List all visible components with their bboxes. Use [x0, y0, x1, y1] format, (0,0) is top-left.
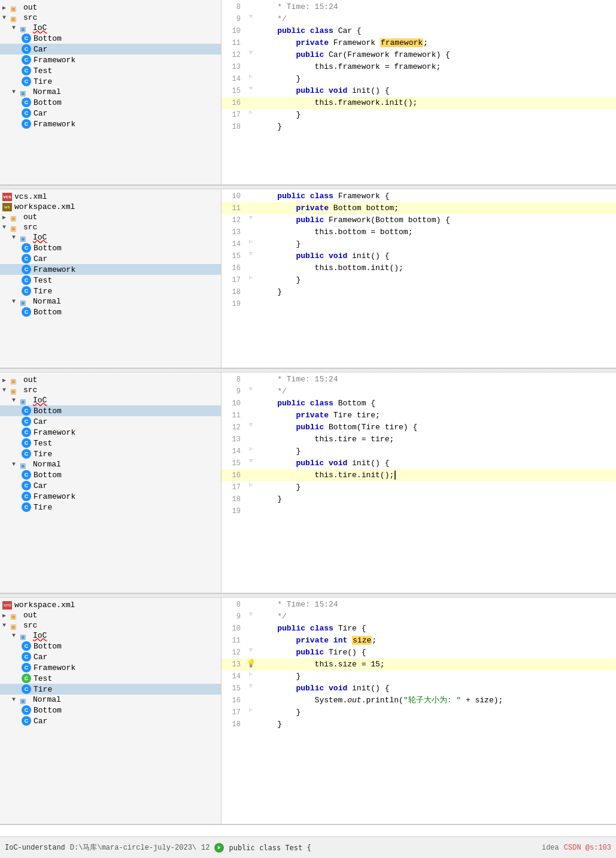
sidebar-item-bottom2[interactable]: C Bottom — [0, 242, 221, 253]
folder-out3-icon — [11, 376, 22, 384]
sidebar-item-framework[interactable]: C Framework — [0, 54, 221, 65]
sidebar-item-normal-bottom2[interactable]: C Bottom — [0, 307, 221, 317]
sidebar-item-out3[interactable]: ▶ out — [0, 375, 221, 385]
code-line: 14 ▷ } — [221, 238, 616, 250]
sidebar-item-bottom4[interactable]: C Bottom — [0, 641, 221, 651]
fold-arrow[interactable]: ▽ — [249, 683, 252, 689]
sidebar-item-test4[interactable]: C Test — [0, 673, 221, 684]
fold-arrow[interactable]: ▽ — [249, 422, 252, 428]
sidebar-item-tire3[interactable]: C Tire — [0, 448, 221, 459]
sidebar-item-fw3[interactable]: C Framework — [0, 427, 221, 438]
class-icon: C — [22, 265, 31, 274]
code-line: 13 this.framework = framework; — [221, 61, 616, 73]
fold-arrow[interactable]: ▽ — [249, 386, 252, 392]
sidebar-item-out[interactable]: ▶ out — [0, 2, 221, 13]
folder-normal2-icon — [20, 298, 31, 306]
sidebar-item-normal-bottom4[interactable]: C Bottom — [0, 705, 221, 715]
sidebar-item-ioc[interactable]: ▼ IoC — [0, 23, 221, 33]
sidebar-item-workspace4[interactable]: xml workspace.xml — [0, 600, 221, 610]
class-icon: C — [22, 641, 31, 651]
sidebar-item-bottom-selected[interactable]: C Bottom — [0, 405, 221, 416]
normal-fw-label: Framework — [34, 120, 75, 129]
sidebar-item-fw4[interactable]: C Framework — [0, 662, 221, 673]
sidebar-item-tire[interactable]: C Tire — [0, 76, 221, 87]
status-bar: IoC-understand D:\马库\mara-circle-july-20… — [0, 836, 616, 858]
class-icon: C — [22, 438, 31, 448]
sidebar-item-normal4[interactable]: ▼ Normal — [0, 695, 221, 705]
tire4-label: Tire — [34, 685, 52, 694]
sidebar-item-src[interactable]: ▼ src — [0, 13, 221, 23]
panel-tire: xml workspace.xml ▶ out ▼ src ▼ IoC — [0, 598, 616, 825]
sidebar-item-tire-selected[interactable]: C Tire — [0, 684, 221, 695]
sidebar-item-normal-bottom3[interactable]: C Bottom — [0, 469, 221, 480]
sidebar-item-normal-bottom[interactable]: C Bottom — [0, 97, 221, 108]
sidebar-item-ioc2[interactable]: ▼ IoC — [0, 232, 221, 242]
fold-arrow[interactable]: ▽ — [249, 49, 252, 56]
class-icon: C — [22, 108, 31, 118]
sidebar-item-src3[interactable]: ▼ src — [0, 385, 221, 395]
fold-arrow[interactable]: ▷ — [249, 109, 252, 116]
fold-arrow[interactable]: ▷ — [249, 671, 252, 677]
sidebar-item-normal-car[interactable]: C Car — [0, 108, 221, 119]
sidebar-item-src4[interactable]: ▼ src — [0, 620, 221, 630]
sidebar-item-normal-fw[interactable]: C Framework — [0, 119, 221, 129]
bulb-icon[interactable]: 💡 — [246, 659, 256, 668]
sidebar-item-car2[interactable]: C Car — [0, 253, 221, 264]
folder-src3-icon — [11, 386, 22, 395]
code-line: 18 } — [221, 718, 616, 730]
fold-arrow[interactable]: ▽ — [249, 647, 252, 653]
bottom4-label: Bottom — [34, 642, 62, 651]
src-label: src — [23, 13, 37, 22]
sidebar-item-vcs[interactable]: vcs vcs.xml — [0, 192, 221, 202]
sidebar-item-test2[interactable]: C Test — [0, 275, 221, 286]
bottom3-label: Bottom — [34, 407, 62, 416]
sidebar-item-ioc4[interactable]: ▼ IoC — [0, 630, 221, 641]
sidebar-bottom: ▶ out ▼ src ▼ IoC C Bottom — [0, 372, 221, 593]
sidebar-item-car4[interactable]: C Car — [0, 651, 221, 662]
framework-label: Framework — [34, 56, 75, 65]
sidebar-item-car3[interactable]: C Car — [0, 416, 221, 427]
fold-arrow[interactable]: ▷ — [249, 73, 252, 80]
run-button[interactable]: ▶ — [214, 843, 224, 853]
status-line: 12 — [201, 844, 210, 852]
sidebar-item-car-selected[interactable]: C Car — [0, 44, 221, 54]
fold-arrow[interactable]: ▽ — [249, 13, 252, 20]
sidebar-item-normal3[interactable]: ▼ Normal — [0, 459, 221, 469]
fold-arrow[interactable]: ▷ — [249, 274, 252, 281]
fold-arrow[interactable]: ▽ — [249, 214, 252, 221]
sidebar-item-src2[interactable]: ▼ src — [0, 222, 221, 232]
fold-arrow[interactable]: ▽ — [249, 457, 252, 464]
fold-arrow[interactable]: ▽ — [249, 85, 252, 92]
sidebar-car: ▶ out ▼ src ▼ IoC C Bottom — [0, 0, 221, 184]
fold-arrow[interactable]: ▷ — [249, 707, 252, 713]
sidebar-item-normal-fw3[interactable]: C Framework — [0, 491, 221, 502]
sidebar-item-out4[interactable]: ▶ out — [0, 610, 221, 620]
sidebar-item-framework-selected[interactable]: C Framework — [0, 264, 221, 275]
workspace4-label: workspace.xml — [14, 601, 75, 610]
sidebar-item-normal2[interactable]: ▼ Normal — [0, 296, 221, 307]
fold-arrow[interactable]: ▷ — [249, 445, 252, 452]
code-line: 10 public class Tire { — [221, 623, 616, 635]
sidebar-item-test[interactable]: C Test — [0, 65, 221, 76]
sidebar-item-ioc3[interactable]: ▼ IoC — [0, 395, 221, 405]
sidebar-item-normal-car4[interactable]: C Car — [0, 715, 221, 726]
fold-arrow[interactable]: ▷ — [249, 238, 252, 245]
class-icon: C — [22, 705, 31, 715]
folder-ioc3-icon — [20, 396, 31, 405]
fold-arrow[interactable]: ▽ — [249, 250, 252, 257]
bottom-tab-ioc[interactable]: IoC-understand — [5, 844, 65, 852]
sidebar-item-normal-car3[interactable]: C Car — [0, 480, 221, 491]
fold-arrow[interactable]: ▽ — [249, 611, 252, 617]
fw3-label: Framework — [34, 428, 75, 437]
fold-arrow[interactable]: ▷ — [249, 481, 252, 488]
sidebar-item-out2[interactable]: ▶ out — [0, 212, 221, 222]
sidebar-item-bottom[interactable]: C Bottom — [0, 33, 221, 44]
sidebar-item-test3[interactable]: C Test — [0, 438, 221, 448]
code-line: 13 this.tire = tire; — [221, 433, 616, 445]
sidebar-item-normal[interactable]: ▼ Normal — [0, 87, 221, 97]
sidebar-item-normal-tire3[interactable]: C Tire — [0, 502, 221, 513]
class-icon: C — [22, 243, 31, 253]
sidebar-item-workspace[interactable]: ws workspace.xml — [0, 202, 221, 212]
sidebar-item-tire2[interactable]: C Tire — [0, 286, 221, 296]
normal-bottom2-label: Bottom — [34, 308, 62, 317]
